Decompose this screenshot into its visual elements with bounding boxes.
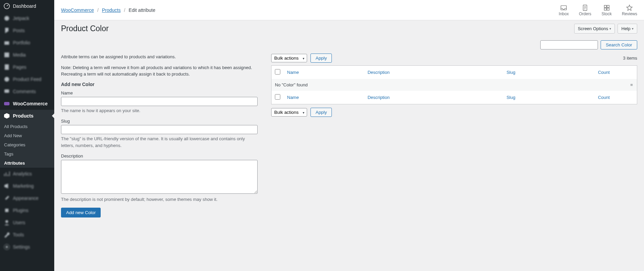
select-all-bottom[interactable]: [275, 94, 280, 100]
terms-list: Bulk actions Apply 3 items Name Descript…: [271, 54, 637, 217]
sidebar-item-tools[interactable]: Tools: [0, 229, 54, 241]
col-name-foot[interactable]: Name: [287, 95, 299, 100]
breadcrumb-products[interactable]: Products: [102, 7, 121, 13]
breadcrumb-current: Edit attribute: [129, 7, 156, 13]
wrench-icon: [3, 231, 10, 238]
chart-icon: [3, 170, 10, 177]
slug-label: Slug: [61, 119, 258, 124]
gear-icon: [3, 244, 10, 250]
apply-bottom[interactable]: Apply: [310, 108, 332, 117]
submit-button[interactable]: Add new Color: [61, 208, 101, 217]
name-input[interactable]: [61, 97, 258, 106]
svg-point-10: [6, 246, 8, 248]
bulk-actions-bottom[interactable]: Bulk actions: [271, 108, 307, 117]
sidebar-item-marketing[interactable]: Marketing: [0, 180, 54, 192]
col-description[interactable]: Description: [367, 70, 389, 75]
svg-rect-6: [4, 89, 9, 93]
breadcrumb-woocommerce[interactable]: WooCommerce: [61, 7, 94, 13]
description-label: Description: [61, 153, 258, 159]
slug-desc: The "slug" is the URL-friendly version o…: [61, 136, 258, 149]
sidebar-item-woocommerce[interactable]: WooCommerce: [0, 98, 54, 110]
sidebar-item-posts[interactable]: Posts: [0, 24, 54, 37]
no-items-message: No "Color" found: [271, 79, 627, 91]
inbox-icon: [560, 4, 567, 12]
svg-rect-8: [5, 209, 8, 212]
col-slug-foot[interactable]: Slug: [506, 95, 515, 100]
col-slug[interactable]: Slug: [506, 70, 515, 75]
items-count: 3 items: [623, 56, 637, 61]
submenu-all-products[interactable]: All Products: [0, 122, 54, 131]
help-button[interactable]: Help: [618, 24, 637, 34]
sidebar-item-products[interactable]: Products: [0, 110, 54, 122]
apply-top[interactable]: Apply: [310, 54, 332, 63]
inbox-button[interactable]: Inbox: [559, 4, 569, 16]
user-icon: [3, 219, 10, 226]
dashboard-icon: [3, 3, 10, 9]
submenu-attributes[interactable]: Attributes: [0, 159, 54, 168]
comment-icon: [3, 88, 10, 95]
orders-button[interactable]: Orders: [579, 4, 591, 16]
media-icon: [3, 51, 10, 58]
sidebar-item-dashboard[interactable]: Dashboard: [0, 0, 54, 12]
products-submenu: All Products Add New Categories Tags Att…: [0, 122, 54, 168]
submenu-tags[interactable]: Tags: [0, 149, 54, 159]
svg-rect-16: [604, 8, 606, 10]
slug-input[interactable]: [61, 125, 258, 134]
col-count-foot[interactable]: Count: [598, 95, 610, 100]
brush-icon: [3, 195, 10, 202]
bulk-actions-top[interactable]: Bulk actions: [271, 54, 307, 62]
sidebar-item-users[interactable]: Users: [0, 216, 54, 229]
svg-rect-7: [4, 102, 9, 105]
note-text: Note: Deleting a term will remove it fro…: [61, 64, 258, 78]
reviews-icon: [626, 4, 633, 12]
submenu-add-new[interactable]: Add New: [0, 131, 54, 140]
sidebar-item-portfolio[interactable]: Portfolio: [0, 37, 54, 49]
submenu-categories[interactable]: Categories: [0, 140, 54, 149]
select-all-top[interactable]: [275, 69, 280, 75]
sidebar-item-plugins[interactable]: Plugins: [0, 204, 54, 216]
reorder-icon: ≡: [627, 79, 637, 91]
sidebar-label: Products: [13, 113, 34, 119]
main-content: WooCommerce / Products / Edit attribute …: [54, 0, 644, 271]
col-description-foot[interactable]: Description: [367, 95, 389, 100]
sidebar-item-media[interactable]: Media: [0, 49, 54, 61]
svg-point-5: [4, 77, 9, 82]
plug-icon: [3, 207, 10, 214]
sidebar-label: WooCommerce: [13, 101, 47, 106]
sidebar-item-jetpack[interactable]: Jetpack: [0, 12, 54, 24]
sidebar-item-analytics[interactable]: Analytics: [0, 168, 54, 180]
sidebar-item-appearance[interactable]: Appearance: [0, 192, 54, 204]
col-name[interactable]: Name: [287, 70, 299, 75]
svg-rect-15: [607, 5, 609, 7]
col-count[interactable]: Count: [598, 70, 610, 75]
sidebar-item-comments[interactable]: Comments: [0, 85, 54, 98]
add-new-heading: Add new Color: [61, 82, 258, 87]
search-button[interactable]: Search Color: [601, 40, 637, 49]
briefcase-icon: [3, 39, 10, 46]
intro-text: Attribute terms can be assigned to produ…: [61, 54, 258, 60]
page-content: Product Color Screen Options Help Search…: [54, 20, 644, 271]
sidebar-item-productfeed[interactable]: Product Feed: [0, 73, 54, 85]
top-icons: Inbox Orders Stock Reviews: [559, 4, 637, 16]
megaphone-icon: [3, 183, 10, 189]
sidebar-item-pages[interactable]: Pages: [0, 61, 54, 73]
sidebar-item-settings[interactable]: Settings: [0, 241, 54, 253]
description-input[interactable]: [61, 160, 258, 194]
name-label: Name: [61, 90, 258, 96]
svg-rect-4: [5, 64, 9, 70]
stock-icon: [603, 4, 610, 12]
breadcrumb: WooCommerce / Products / Edit attribute: [61, 2, 155, 18]
svg-point-1: [4, 16, 9, 21]
stock-button[interactable]: Stock: [602, 4, 612, 16]
page-icon: [3, 64, 10, 70]
svg-point-9: [5, 220, 8, 223]
orders-icon: [581, 4, 589, 12]
search-input[interactable]: [540, 40, 598, 49]
admin-sidebar: Dashboard Jetpack Posts Portfolio Media …: [0, 0, 54, 271]
sidebar-label: Dashboard: [13, 3, 36, 9]
svg-rect-14: [604, 5, 606, 7]
screen-options-button[interactable]: Screen Options: [574, 24, 615, 34]
add-term-form: Attribute terms can be assigned to produ…: [61, 54, 258, 217]
reviews-button[interactable]: Reviews: [622, 4, 637, 16]
page-title: Product Color: [61, 24, 109, 33]
